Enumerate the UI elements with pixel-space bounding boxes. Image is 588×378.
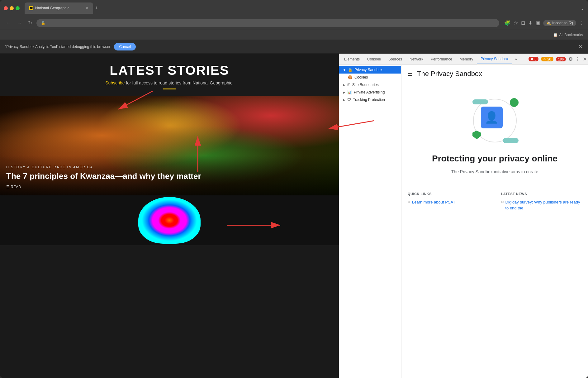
privacy-sandbox-header: ☰ The Privacy Sandbox: [401, 65, 588, 83]
nav-bar: ← → ↻ 🔒 🧩 ☆ ⊡ ⬇ ▣ 🕵 Incognito (2) ⋮: [0, 16, 588, 30]
maximize-button[interactable]: [16, 6, 20, 10]
bookmarks-icon: 📋: [553, 33, 558, 37]
tab-sources[interactable]: Sources: [385, 55, 406, 64]
nat-geo-page: LATEST STORIES Subscribe for full access…: [0, 54, 339, 378]
latest-news-title: LATEST NEWS: [501, 192, 582, 196]
error-icon: ✖: [531, 57, 533, 61]
error-badge: ✖ 3: [529, 57, 538, 61]
tab-close-button[interactable]: ✕: [86, 6, 89, 10]
incognito-badge: 🕵 Incognito (2): [543, 20, 576, 26]
devtools-tab-bar: Elements Console Sources Network Perform…: [339, 54, 588, 65]
devtools-right-actions: ✖ 3 ⚠ 20 196 ⚙ ⋮ ✕: [529, 56, 587, 62]
food-category: HISTORY & CULTURE RACE IN AMERICA: [6, 165, 333, 169]
devtools-sidebar: ▼ 🔒 Privacy Sandbox 🍪 Cookies ▶ ⊞ Site B…: [339, 65, 401, 378]
debugger-close-button[interactable]: ✕: [578, 43, 583, 50]
latest-news-link[interactable]: Digiday survey: Why publishers are ready…: [501, 199, 582, 211]
error-count: 3: [534, 57, 536, 61]
tab-performance[interactable]: Performance: [427, 55, 456, 64]
browser-tab-active[interactable]: 🗺 National Geographic ✕: [25, 2, 93, 14]
info-badge: 196: [556, 57, 566, 61]
quick-link-psat[interactable]: Learn more about PSAT: [408, 199, 489, 205]
title-bar: 🗺 National Geographic ✕ + ⌄: [0, 0, 588, 16]
food-headline: The 7 principles of Kwanzaa—and why they…: [6, 171, 333, 181]
devtools-settings-icon[interactable]: ⚙: [568, 56, 573, 62]
tab-memory[interactable]: Memory: [456, 55, 477, 64]
bookmarks-label: All Bookmarks: [559, 33, 583, 37]
read-label[interactable]: ☰ READ: [6, 185, 333, 189]
browser-window: 🗺 National Geographic ✕ + ⌄ ← → ↻ 🔒 🧩 ☆ …: [0, 0, 588, 378]
nat-geo-title: LATEST STORIES: [6, 63, 333, 78]
tab-bar: 🗺 National Geographic ✕ +: [25, 2, 578, 14]
debugger-bar: "Privacy Sandbox Analysis Tool" started …: [0, 40, 588, 54]
close-button[interactable]: [4, 6, 8, 10]
address-bar[interactable]: 🔒: [36, 19, 499, 27]
ps-headline: Protecting your privacy online: [432, 153, 557, 164]
window-scroll-button[interactable]: ⌄: [580, 5, 584, 11]
new-tab-button[interactable]: +: [95, 5, 98, 12]
tab-network[interactable]: Network: [406, 55, 427, 64]
download-icon[interactable]: ⬇: [528, 20, 532, 26]
cast-icon[interactable]: ⊡: [521, 20, 525, 26]
skull-image: [138, 197, 201, 244]
sidebar-item-privacy-sandbox[interactable]: ▼ 🔒 Privacy Sandbox: [339, 66, 401, 74]
site-boundaries-icon: ⊞: [347, 83, 350, 87]
ps-illustration: 👤: [470, 96, 520, 146]
devtools-more-icon[interactable]: ⋮: [575, 56, 580, 62]
tree-expand-icon: ▶: [343, 83, 345, 87]
sidebar-item-site-boundaries[interactable]: ▶ ⊞ Site Boundaries: [339, 81, 401, 89]
ps-pill-top: [472, 99, 488, 104]
private-advertising-icon: 📊: [347, 90, 352, 94]
ps-latest-news: LATEST NEWS Digiday survey: Why publishe…: [501, 192, 582, 213]
ps-quick-links: QUICK LINKS Learn more about PSAT: [408, 192, 489, 213]
link-dot: [408, 201, 410, 203]
tab-favicon: 🗺: [29, 6, 33, 10]
nat-geo-divider: [163, 89, 176, 89]
privacy-sandbox-icon: 🔒: [348, 68, 353, 72]
sidebar-item-cookies[interactable]: 🍪 Cookies: [339, 74, 401, 81]
ps-body-text: The Privacy Sandbox initiative aims to c…: [451, 169, 538, 174]
devtools-main: ▼ 🔒 Privacy Sandbox 🍪 Cookies ▶ ⊞ Site B…: [339, 65, 588, 378]
incognito-icon: 🕵: [546, 21, 551, 25]
devtools-close-button[interactable]: ✕: [583, 56, 587, 62]
minimize-button[interactable]: [10, 6, 14, 10]
forward-button[interactable]: →: [15, 19, 24, 27]
subscribe-link[interactable]: Subscribe: [105, 80, 125, 85]
main-area: LATEST STORIES Subscribe for full access…: [0, 54, 588, 378]
tab-title: National Geographic: [35, 6, 84, 10]
cookies-icon: 🍪: [348, 75, 353, 79]
bookmarks-bar: 📋 All Bookmarks: [0, 30, 588, 40]
nav-right-icons: 🧩 ☆ ⊡ ⬇ ▣ 🕵 Incognito (2) ⋮: [504, 20, 584, 26]
all-bookmarks-link[interactable]: 📋 All Bookmarks: [553, 33, 583, 37]
lock-icon: 🔒: [41, 21, 45, 25]
tab-privacy-sandbox[interactable]: Privacy Sandbox: [477, 54, 512, 64]
debugger-message: "Privacy Sandbox Analysis Tool" started …: [5, 45, 110, 49]
warn-count: 20: [547, 57, 551, 61]
reload-button[interactable]: ↻: [26, 19, 34, 27]
sidebar-item-private-advertising[interactable]: ▶ 📊 Private Advertising: [339, 89, 401, 96]
more-tabs-button[interactable]: »: [512, 56, 519, 63]
ps-person-icon: 👤: [481, 107, 503, 128]
food-overlay: HISTORY & CULTURE RACE IN AMERICA The 7 …: [0, 156, 339, 195]
cancel-debugging-button[interactable]: Cancel: [114, 43, 135, 50]
sidebar-item-tracking-protection[interactable]: ▶ 🛡 Tracking Protection: [339, 96, 401, 103]
star-icon[interactable]: ☆: [514, 20, 518, 26]
nat-geo-header: LATEST STORIES Subscribe for full access…: [0, 54, 339, 96]
quick-links-title: QUICK LINKS: [408, 192, 489, 196]
ps-title: The Privacy Sandbox: [417, 70, 482, 78]
menu-icon[interactable]: ⋮: [579, 20, 584, 26]
back-button[interactable]: ←: [4, 19, 12, 27]
warning-badge: ⚠ 20: [541, 57, 553, 61]
tab-elements[interactable]: Elements: [340, 55, 363, 64]
incognito-label: Incognito (2): [552, 21, 573, 25]
info-count: 196: [558, 57, 564, 61]
privacy-sandbox-hero: 👤 Protecting your privacy online The Pri…: [401, 83, 588, 187]
tab-console[interactable]: Console: [363, 55, 385, 64]
ps-menu-icon[interactable]: ☰: [408, 70, 413, 77]
sidebar-toggle-icon[interactable]: ▣: [535, 20, 540, 26]
ps-links-section: QUICK LINKS Learn more about PSAT LATEST…: [401, 187, 588, 218]
tracking-protection-icon: 🛡: [347, 98, 351, 102]
traffic-lights: [4, 6, 20, 10]
devtools-content: ☰ The Privacy Sandbox 👤: [401, 65, 588, 378]
ps-pill-bottom: [503, 138, 519, 143]
extensions-icon[interactable]: 🧩: [504, 20, 510, 26]
